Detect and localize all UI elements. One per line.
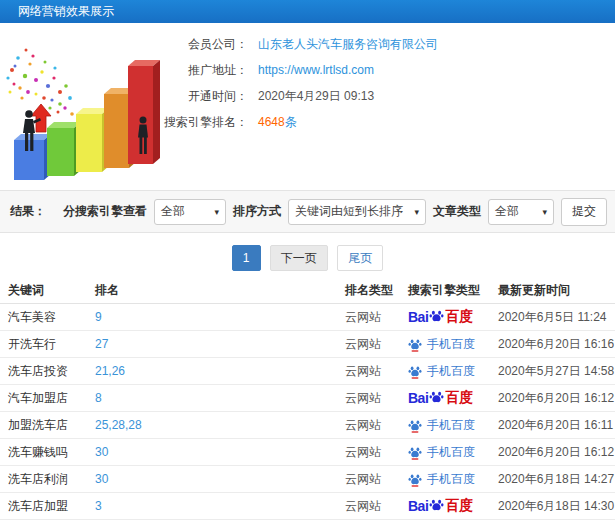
member-info-panel: 会员公司： 山东老人头汽车服务咨询有限公司 推广地址： https://www.… xyxy=(158,31,598,135)
updated-cell: 2020年5月27日 14:58 xyxy=(498,358,610,384)
keyword-cell: 汽车加盟店 xyxy=(8,385,90,411)
table-row: 洗车赚钱吗 30 云网站 手机百度 2020年6月20日 16:12 xyxy=(0,439,615,466)
keyword-cell: 洗车店加盟 xyxy=(8,493,90,519)
baidu-paw-icon xyxy=(429,497,444,512)
next-page-button[interactable]: 下一页 xyxy=(270,245,328,271)
filter-bar: 结果： 分搜索引擎查看 全部 ▾ 排序方式 关键词由短到长排序 ▾ 文章类型 全… xyxy=(0,190,615,233)
header-keyword: 关键词 xyxy=(8,278,90,303)
baidu-paw-icon xyxy=(408,445,422,460)
baidu-pc-logo: Bai 百度 xyxy=(408,497,473,516)
updated-cell: 2020年6月18日 14:27 xyxy=(498,466,610,492)
rank-link[interactable]: 27 xyxy=(95,331,340,357)
table-row: 汽车加盟店 8 云网站 Bai 百度 2020年6月20日 16:12 xyxy=(0,385,615,412)
info-row-opened: 开通时间： 2020年4月29日 09:13 xyxy=(158,83,598,109)
rank-type-cell: 云网站 xyxy=(345,439,403,465)
header-rank: 排名 xyxy=(95,278,340,303)
engine-cell: Bai 百度 xyxy=(408,385,496,411)
last-page-button[interactable]: 尾页 xyxy=(337,245,383,271)
baidu-paw-icon xyxy=(408,472,422,487)
baidu-mobile-logo: 手机百度 xyxy=(408,444,475,461)
baidu-mobile-label: 手机百度 xyxy=(427,444,475,461)
submit-button[interactable]: 提交 xyxy=(561,198,607,226)
sort-filter-label: 排序方式 xyxy=(233,203,281,220)
rank-type-cell: 云网站 xyxy=(345,358,403,384)
baidu-paw-icon xyxy=(408,418,422,433)
result-label: 结果： xyxy=(10,203,46,220)
chevron-down-icon: ▾ xyxy=(536,207,547,217)
rank-count-value: 4648条 xyxy=(258,114,297,131)
url-label: 推广地址： xyxy=(158,62,248,79)
rank-type-cell: 云网站 xyxy=(345,331,403,357)
baidu-paw-icon xyxy=(408,337,422,352)
engine-cell: 手机百度 xyxy=(408,358,496,384)
promotion-url-link[interactable]: https://www.lrtlsd.com xyxy=(258,63,374,77)
engine-select[interactable]: 全部 ▾ xyxy=(154,199,226,225)
engine-cell: 手机百度 xyxy=(408,331,496,357)
engine-cell: Bai 百度 xyxy=(408,493,496,519)
page-title: 网络营销效果展示 xyxy=(18,4,114,18)
article-type-select-value: 全部 xyxy=(495,203,519,220)
rank-count-unit: 条 xyxy=(285,115,297,129)
rank-link[interactable]: 21,26 xyxy=(95,358,340,384)
rank-type-cell: 云网站 xyxy=(345,466,403,492)
company-link[interactable]: 山东老人头汽车服务咨询有限公司 xyxy=(258,36,438,53)
results-table: 关键词 排名 排名类型 搜索引擎类型 最新更新时间 汽车美容 9 云网站 Bai… xyxy=(0,278,615,520)
table-row: 洗车店加盟 3 云网站 Bai 百度 2020年6月18日 14:30 xyxy=(0,493,615,520)
rank-link[interactable]: 3 xyxy=(95,493,340,519)
rank-link[interactable]: 25,28,28 xyxy=(95,412,340,438)
keyword-cell: 洗车赚钱吗 xyxy=(8,439,90,465)
article-type-select[interactable]: 全部 ▾ xyxy=(488,199,554,225)
table-row: 开洗车行 27 云网站 手机百度 2020年6月20日 16:16 xyxy=(0,331,615,358)
bar-chart-graphic xyxy=(0,28,170,188)
rank-type-cell: 云网站 xyxy=(345,412,403,438)
baidu-mobile-label: 手机百度 xyxy=(427,471,475,488)
pagination: 1 下一页 尾页 xyxy=(0,245,615,271)
updated-cell: 2020年6月20日 16:12 xyxy=(498,385,610,411)
rank-link[interactable]: 30 xyxy=(95,466,340,492)
engine-cell: 手机百度 xyxy=(408,466,496,492)
keyword-cell: 汽车美容 xyxy=(8,304,90,330)
rank-link[interactable]: 30 xyxy=(95,439,340,465)
rank-type-cell: 云网站 xyxy=(345,304,403,330)
header-engine: 搜索引擎类型 xyxy=(408,278,496,303)
chevron-down-icon: ▾ xyxy=(208,207,219,217)
engine-cell: 手机百度 xyxy=(408,412,496,438)
table-row: 汽车美容 9 云网站 Bai 百度 2020年6月5日 11:24 xyxy=(0,304,615,331)
marketing-chart-illustration xyxy=(0,28,170,188)
rank-link[interactable]: 8 xyxy=(95,385,340,411)
info-row-company: 会员公司： 山东老人头汽车服务咨询有限公司 xyxy=(158,31,598,57)
updated-cell: 2020年6月5日 11:24 xyxy=(498,304,610,330)
baidu-pc-logo: Bai 百度 xyxy=(408,308,473,327)
sort-select-value: 关键词由短到长排序 xyxy=(295,203,403,220)
baidu-mobile-label: 手机百度 xyxy=(427,336,475,353)
rank-link[interactable]: 9 xyxy=(95,304,340,330)
engine-select-value: 全部 xyxy=(161,203,185,220)
info-row-url: 推广地址： https://www.lrtlsd.com xyxy=(158,57,598,83)
keyword-cell: 洗车店投资 xyxy=(8,358,90,384)
baidu-mobile-label: 手机百度 xyxy=(427,363,475,380)
baidu-paw-icon xyxy=(429,308,444,323)
baidu-mobile-label: 手机百度 xyxy=(427,417,475,434)
keyword-cell: 加盟洗车店 xyxy=(8,412,90,438)
keyword-cell: 开洗车行 xyxy=(8,331,90,357)
baidu-mobile-logo: 手机百度 xyxy=(408,417,475,434)
engine-cell: Bai 百度 xyxy=(408,304,496,330)
baidu-paw-icon xyxy=(408,364,422,379)
opened-value: 2020年4月29日 09:13 xyxy=(258,88,374,105)
bar-green xyxy=(47,122,81,176)
baidu-pc-logo: Bai 百度 xyxy=(408,389,473,408)
rank-count-number: 4648 xyxy=(258,115,285,129)
engine-cell: 手机百度 xyxy=(408,439,496,465)
sort-select[interactable]: 关键词由短到长排序 ▾ xyxy=(288,199,426,225)
updated-cell: 2020年6月20日 16:11 xyxy=(498,412,610,438)
updated-cell: 2020年6月18日 14:30 xyxy=(498,493,610,519)
updated-cell: 2020年6月20日 16:16 xyxy=(498,331,610,357)
rank-type-cell: 云网站 xyxy=(345,385,403,411)
opened-label: 开通时间： xyxy=(158,88,248,105)
table-row: 洗车店利润 30 云网站 手机百度 2020年6月18日 14:27 xyxy=(0,466,615,493)
page-1-button[interactable]: 1 xyxy=(232,245,261,271)
rank-count-label: 搜索引擎排名： xyxy=(158,114,248,131)
baidu-mobile-logo: 手机百度 xyxy=(408,363,475,380)
table-header: 关键词 排名 排名类型 搜索引擎类型 最新更新时间 xyxy=(0,278,615,304)
page-header: 网络营销效果展示 xyxy=(0,0,615,23)
